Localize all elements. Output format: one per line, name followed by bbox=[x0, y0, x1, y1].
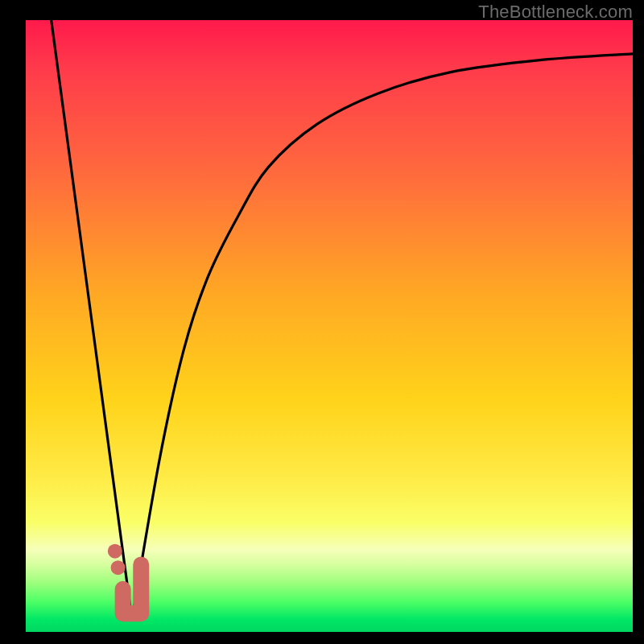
marker-dot bbox=[111, 560, 126, 575]
curves-svg bbox=[26, 20, 633, 632]
chart-frame: TheBottleneck.com bbox=[0, 0, 644, 644]
marker-dot bbox=[108, 544, 122, 559]
plot-area bbox=[26, 20, 633, 632]
right-rise-curve bbox=[132, 54, 633, 620]
left-descent-curve bbox=[52, 20, 132, 620]
